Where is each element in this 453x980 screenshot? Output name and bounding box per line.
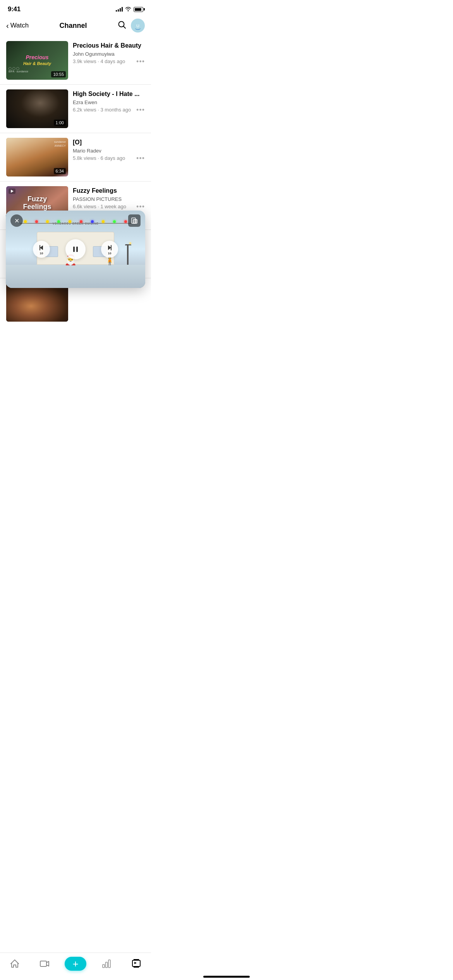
- video-channel: PASSION PICTURES: [73, 196, 145, 202]
- back-chevron-icon: ‹: [6, 22, 9, 29]
- list-item[interactable]: sundanceANNECY 6:34 [O] Mario Radev 5.8k…: [0, 133, 151, 182]
- list-item[interactable]: 1:00 High Society - I Hate ... Ezra Ewen…: [0, 85, 151, 133]
- avatar[interactable]: [131, 19, 145, 33]
- thumb-person: [6, 283, 68, 322]
- svg-point-5: [134, 22, 142, 29]
- mini-expand-button[interactable]: [128, 214, 141, 227]
- rewind-label: 10: [40, 252, 43, 255]
- video-meta: 3.9k views · 4 days ago •••: [73, 58, 145, 65]
- more-options-button[interactable]: •••: [136, 106, 145, 113]
- rewind-button[interactable]: 10: [33, 241, 50, 258]
- close-icon: ✕: [14, 217, 19, 224]
- video-stats: 6.2k views · 3 months ago: [73, 107, 131, 113]
- award-badges: sundanceANNECY: [54, 140, 66, 148]
- back-label: Watch: [10, 22, 29, 29]
- mini-player-header: ✕: [10, 214, 141, 227]
- more-options-button[interactable]: •••: [136, 155, 145, 162]
- forward-label: 10: [108, 252, 112, 255]
- svg-point-7: [138, 25, 139, 26]
- battery-icon: [134, 7, 143, 12]
- video-info: High Society - I Hate ... Ezra Ewen 6.2k…: [73, 89, 145, 113]
- video-title: [O]: [73, 139, 145, 147]
- page-title: Channel: [60, 22, 87, 30]
- svg-point-6: [136, 25, 137, 26]
- video-channel: Ezra Ewen: [73, 99, 145, 105]
- video-title: Precious Hair & Beauty: [73, 42, 145, 50]
- duration-badge: 10:55: [51, 71, 66, 77]
- mini-player-video: VOREACOS GREEK CUISINE 🎅 🧍: [6, 211, 145, 288]
- mini-close-button[interactable]: ✕: [10, 214, 23, 227]
- back-button[interactable]: ‹ Watch: [6, 22, 29, 29]
- duration-badge: 6:34: [54, 168, 66, 174]
- list-item[interactable]: PreciousHair & Beauty ◯ ◯ ◯BIFA · sundan…: [0, 36, 151, 85]
- nav-bar: ‹ Watch Channel: [0, 15, 151, 36]
- search-icon[interactable]: [118, 21, 126, 31]
- thumbnail-wrapper: [6, 283, 68, 322]
- thumbnail-wrapper: sundanceANNECY 6:34: [6, 138, 68, 176]
- video-info: [O] Mario Radev 5.8k views · 6 days ago …: [73, 138, 145, 162]
- status-bar: 9:41: [0, 0, 151, 15]
- more-options-button[interactable]: •••: [136, 203, 145, 210]
- nav-actions: [118, 19, 145, 33]
- thumbnail: [6, 283, 68, 322]
- video-stats: 5.8k views · 6 days ago: [73, 155, 125, 161]
- pause-button[interactable]: [65, 239, 86, 259]
- video-meta: 5.8k views · 6 days ago •••: [73, 155, 145, 162]
- thumbnail-wrapper: PreciousHair & Beauty ◯ ◯ ◯BIFA · sundan…: [6, 41, 68, 80]
- video-info: Precious Hair & Beauty John Ogunmuyiwa 3…: [73, 41, 145, 65]
- svg-rect-8: [73, 247, 75, 252]
- video-meta: 6.6k views · 1 week ago •••: [73, 203, 145, 210]
- svg-line-1: [123, 26, 125, 28]
- video-channel: Mario Radev: [73, 148, 145, 154]
- video-meta: 6.2k views · 3 months ago •••: [73, 106, 145, 113]
- status-time: 9:41: [8, 5, 21, 13]
- video-title: High Society - I Hate ...: [73, 90, 145, 98]
- duration-badge: 1:00: [54, 120, 66, 126]
- status-icons: [116, 7, 143, 12]
- mini-player: VOREACOS GREEK CUISINE 🎅 🧍: [6, 211, 145, 288]
- video-info: Fuzzy Feelings PASSION PICTURES 6.6k vie…: [73, 186, 145, 210]
- video-stats: 3.9k views · 4 days ago: [73, 58, 125, 64]
- forward-button[interactable]: 10: [101, 241, 118, 258]
- signal-icon: [116, 7, 123, 12]
- video-title: Fuzzy Feelings: [73, 187, 145, 195]
- video-stats: 6.6k views · 1 week ago: [73, 204, 126, 209]
- svg-rect-11: [133, 219, 137, 223]
- thumb-awards: ◯ ◯ ◯BIFA · sundance: [9, 67, 28, 73]
- thumbnail-wrapper: 1:00: [6, 89, 68, 128]
- thumb-title-text: PreciousHair & Beauty: [6, 53, 68, 68]
- svg-rect-9: [76, 247, 78, 252]
- video-channel: John Ogunmuyiwa: [73, 51, 145, 57]
- wifi-icon: [125, 7, 131, 12]
- more-options-button[interactable]: •••: [136, 58, 145, 65]
